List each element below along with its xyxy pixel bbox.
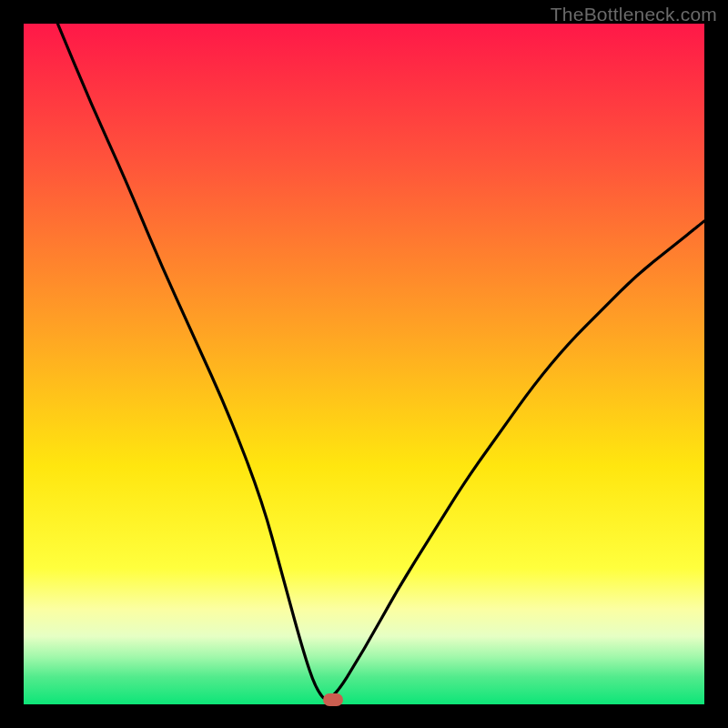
chart-frame: TheBottleneck.com [0,0,728,728]
bottleneck-curve [24,24,704,704]
plot-area [24,24,704,704]
watermark-text: TheBottleneck.com [551,4,717,25]
optimal-point-marker [323,693,343,706]
